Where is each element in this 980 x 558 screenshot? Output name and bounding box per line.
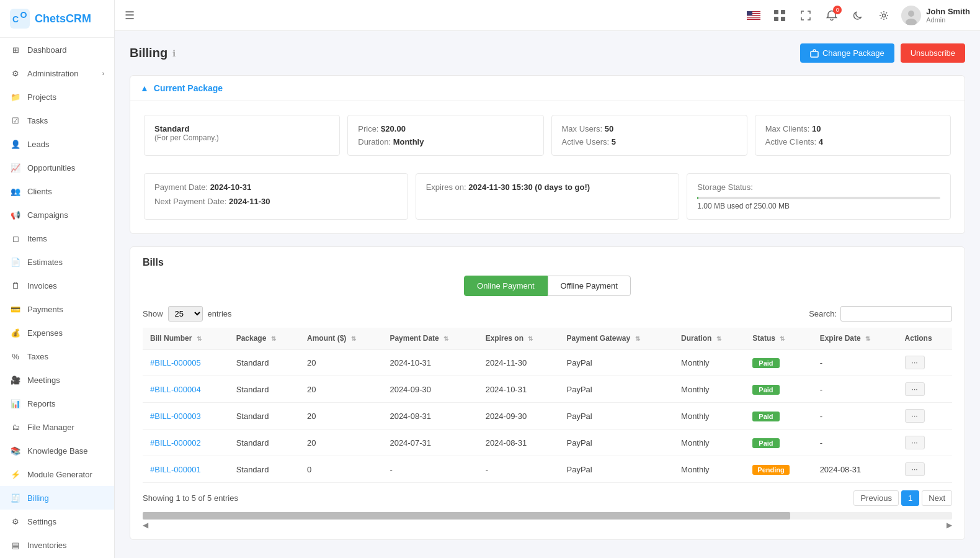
action-button[interactable]: ··· [905, 409, 925, 423]
cell-gateway: PayPal [559, 403, 674, 430]
cell-status: Paid [745, 403, 812, 430]
status-badge: Paid [752, 412, 779, 421]
next-page-button[interactable]: Next [922, 490, 952, 506]
previous-page-button[interactable]: Previous [853, 490, 899, 506]
search-wrap: Search: [809, 306, 952, 322]
notification-icon[interactable]: 0 [823, 7, 840, 24]
user-menu[interactable]: John Smith Admin [901, 6, 970, 25]
col-expire-date[interactable]: Expire Date ⇅ [813, 328, 898, 349]
col-bill-number[interactable]: Bill Number ⇅ [143, 328, 229, 349]
sort-icon: ⇅ [351, 335, 356, 342]
action-button[interactable]: ··· [905, 356, 925, 369]
sort-icon: ⇅ [635, 335, 640, 342]
dollar-icon: 💰 [10, 327, 21, 338]
sidebar-item-reports[interactable]: 📊 Reports [0, 392, 114, 415]
users-icon: 👥 [10, 186, 21, 197]
action-button[interactable]: ··· [905, 382, 925, 396]
col-status[interactable]: Status ⇅ [745, 328, 812, 349]
sidebar-item-label: File Manager [27, 423, 74, 432]
bills-section: Bills Online Payment Offline Payment Sho… [130, 246, 965, 540]
scroll-left-arrow[interactable]: ◀ [143, 521, 148, 529]
page-1-button[interactable]: 1 [901, 490, 919, 506]
sidebar-item-tasks[interactable]: ☑ Tasks [0, 109, 114, 132]
online-payment-button[interactable]: Online Payment [464, 276, 548, 296]
fullscreen-icon[interactable] [797, 7, 814, 24]
cell-duration: Monthly [674, 376, 745, 403]
show-entries: Show 25 50 100 entries [143, 306, 232, 322]
unsubscribe-button[interactable]: Unsubscribe [901, 43, 965, 63]
col-expires-on[interactable]: Expires on ⇅ [478, 328, 559, 349]
show-entries-select[interactable]: 25 50 100 [168, 306, 203, 322]
sidebar-item-payments[interactable]: 💳 Payments [0, 297, 114, 321]
cell-gateway: PayPal [559, 349, 674, 376]
action-button[interactable]: ··· [905, 462, 925, 476]
sidebar-item-label: Inventories [27, 541, 67, 550]
sidebar-item-leads[interactable]: 👤 Leads [0, 132, 114, 156]
offline-payment-button[interactable]: Offline Payment [548, 276, 631, 296]
bill-link[interactable]: #BILL-000003 [150, 412, 201, 421]
sidebar-item-clients[interactable]: 👥 Clients [0, 179, 114, 203]
col-payment-date[interactable]: Payment Date ⇅ [382, 328, 478, 349]
sidebar-item-items[interactable]: ◻ Items [0, 227, 114, 250]
col-amount[interactable]: Amount ($) ⇅ [300, 328, 382, 349]
horizontal-scrollbar[interactable] [143, 512, 952, 520]
sidebar-item-label: Meetings [27, 376, 60, 385]
status-badge: Paid [752, 438, 779, 448]
sidebar-item-dashboard[interactable]: ⊞ Dashboard [0, 38, 114, 61]
sidebar-item-label: Expenses [27, 328, 63, 338]
hamburger-button[interactable]: ☰ [125, 9, 135, 22]
cell-payment-date: 2024-07-31 [382, 430, 478, 456]
next-payment: Next Payment Date: 2024-11-30 [154, 197, 398, 206]
sidebar-item-opportunities[interactable]: 📈 Opportunities [0, 156, 114, 179]
bills-title: Bills [143, 257, 952, 268]
cell-expires-on: - [478, 456, 559, 483]
storage-cell: Storage Status: 1.00 MB used of 250.00 M… [687, 173, 951, 220]
settings-topbar-icon[interactable] [875, 7, 893, 24]
action-button[interactable]: ··· [905, 436, 925, 449]
cell-expire-date: - [813, 430, 898, 456]
megaphone-icon: 📢 [10, 209, 21, 220]
sidebar-item-administration[interactable]: ⚙ Administration › [0, 61, 114, 85]
flag-icon[interactable] [745, 7, 762, 24]
search-input[interactable] [840, 306, 952, 322]
cell-payment-date: - [382, 456, 478, 483]
sidebar-item-knowledge-base[interactable]: 📚 Knowledge Base [0, 439, 114, 462]
duration-value: Monthly [393, 137, 424, 146]
col-package[interactable]: Package ⇅ [229, 328, 300, 349]
cell-expire-date: - [813, 403, 898, 430]
chevron-right-icon: › [102, 70, 104, 77]
theme-icon[interactable] [849, 7, 866, 24]
sidebar-item-campaigns[interactable]: 📢 Campaigns [0, 203, 114, 227]
bill-link[interactable]: #BILL-000005 [150, 358, 201, 367]
col-duration[interactable]: Duration ⇅ [674, 328, 745, 349]
page-header: Billing ℹ Change Package Unsubscribe [130, 43, 965, 63]
video-icon: 🎥 [10, 374, 21, 385]
bill-link[interactable]: #BILL-000002 [150, 438, 201, 448]
scroll-right-arrow[interactable]: ▶ [947, 521, 952, 529]
sidebar-item-billing[interactable]: 🧾 Billing [0, 486, 114, 510]
change-package-button[interactable]: Change Package [800, 43, 894, 63]
sidebar-item-settings[interactable]: ⚙ Settings [0, 510, 114, 533]
sidebar-item-module-generator[interactable]: ⚡ Module Generator [0, 462, 114, 486]
sidebar-item-meetings[interactable]: 🎥 Meetings [0, 368, 114, 392]
bill-link[interactable]: #BILL-000001 [150, 465, 201, 474]
sidebar-item-estimates[interactable]: 📄 Estimates [0, 250, 114, 274]
sidebar-item-label: Settings [27, 517, 56, 526]
sidebar-item-label: Estimates [27, 258, 63, 267]
current-package-header[interactable]: ▲ Current Package [130, 76, 964, 101]
sidebar-item-inventories[interactable]: ▤ Inventories [0, 533, 114, 557]
apps-icon[interactable] [771, 7, 788, 24]
bill-link[interactable]: #BILL-000004 [150, 385, 201, 394]
sidebar-item-projects[interactable]: 📁 Projects [0, 85, 114, 109]
duration-label: Duration: Monthly [358, 137, 533, 146]
sidebar-item-expenses[interactable]: 💰 Expenses [0, 321, 114, 344]
active-clients: Active Clients: 4 [765, 137, 940, 146]
sidebar-item-file-manager[interactable]: 🗂 File Manager [0, 415, 114, 439]
info-icon[interactable]: ℹ [172, 48, 176, 58]
sidebar-item-label: Leads [27, 140, 49, 149]
sidebar-item-invoices[interactable]: 🗒 Invoices [0, 274, 114, 297]
sidebar-item-taxes[interactable]: % Taxes [0, 344, 114, 368]
col-gateway[interactable]: Payment Gateway ⇅ [559, 328, 674, 349]
price-cell: Price: $20.00 Duration: Monthly [347, 115, 543, 156]
logo-icon: C [10, 9, 30, 29]
